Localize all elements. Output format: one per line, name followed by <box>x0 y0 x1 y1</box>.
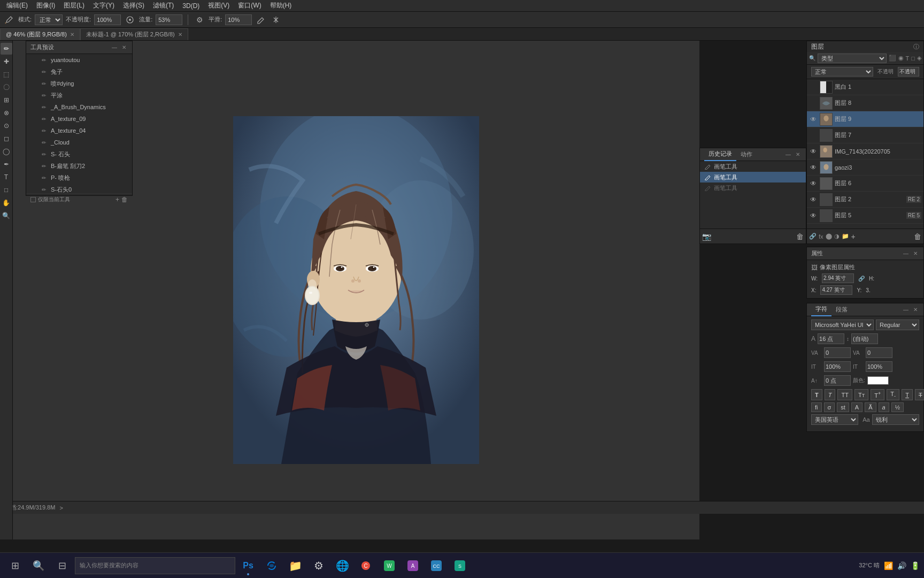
history-camera-icon[interactable]: 📷 <box>702 232 711 241</box>
menu-item-help[interactable]: 帮助(H) <box>266 0 296 11</box>
layer-eye-7[interactable] <box>809 131 818 140</box>
prop-close-icon[interactable]: ✕ <box>912 250 919 257</box>
eraser-tool[interactable]: ◻ <box>1 133 12 144</box>
font-lang-select[interactable]: 美国英语 <box>811 414 858 425</box>
taskbar-wifi-icon[interactable]: 📶 <box>884 561 893 570</box>
status-arrow[interactable]: > <box>59 505 63 511</box>
layer-eye-img[interactable]: 👁 <box>809 147 818 156</box>
lasso-tool[interactable]: 〇 <box>1 81 12 93</box>
menu-item-view[interactable]: 视图(V) <box>204 0 234 11</box>
glyph-st[interactable]: st <box>837 402 849 412</box>
font-minimize-icon[interactable]: — <box>902 306 910 314</box>
brush-tool[interactable]: ✏ <box>1 43 12 55</box>
brush-item-2[interactable]: ✏ 喷#dying <box>26 78 132 89</box>
font-track-input[interactable] <box>866 347 892 358</box>
tab-0[interactable]: @ 46% (图层 9,RGB/8) ✕ <box>0 28 80 40</box>
glyph-fi[interactable]: fi <box>811 402 822 412</box>
under-btn[interactable]: T <box>902 389 913 400</box>
layers-icon-pixel[interactable]: ⬛ <box>889 55 896 62</box>
layer-eye-5[interactable]: 👁 <box>809 211 818 220</box>
taskbar-photoshop[interactable]: Ps <box>237 555 259 576</box>
layers-icon-smart[interactable]: ◈ <box>917 55 921 62</box>
glyph-a[interactable]: A <box>851 402 863 412</box>
checkbox-icon[interactable] <box>30 197 36 202</box>
eyedropper-tool[interactable]: ⊗ <box>1 107 12 119</box>
layer-mask-icon[interactable]: ⬤ <box>826 233 832 240</box>
font-tab-char[interactable]: 字符 <box>811 303 831 316</box>
brush-item-5[interactable]: ✏ A_texture_09 <box>26 113 132 125</box>
taskbar-app1[interactable]: C <box>355 555 376 576</box>
crop-tool[interactable]: ⊞ <box>1 94 12 106</box>
search-button[interactable]: 🔍 <box>28 555 49 576</box>
layer-item-5[interactable]: 👁 图层 5 RE 5 <box>807 208 923 224</box>
layer-delete-icon[interactable]: 🗑 <box>914 232 921 241</box>
layer-item-gaozi3[interactable]: 👁 gaozi3 <box>807 159 923 176</box>
menu-item-layer[interactable]: 图层(L) <box>59 0 89 11</box>
menu-item-filter[interactable]: 滤镜(T) <box>149 0 178 11</box>
glyph-half[interactable]: ½ <box>891 402 904 412</box>
strike-btn[interactable]: T <box>915 389 924 400</box>
hand-tool[interactable]: ✋ <box>1 197 12 209</box>
brush-item-7[interactable]: ✏ _Cloud <box>26 136 132 148</box>
taskbar-speaker-icon[interactable]: 🔊 <box>897 561 906 570</box>
brush-settings-icon[interactable] <box>255 14 267 26</box>
font-vscale-input[interactable] <box>824 361 851 372</box>
brush-item-8[interactable]: ✏ S- 石头 <box>26 148 132 160</box>
brush-item-3[interactable]: ✏ 平涂 <box>26 89 132 101</box>
layer-group-icon[interactable]: 📁 <box>842 233 849 240</box>
history-item-0[interactable]: 画笔工具 <box>700 161 806 172</box>
taskbar-app2[interactable]: W <box>379 555 400 576</box>
taskbar-battery-icon[interactable]: 🔋 <box>911 561 920 570</box>
brush-item-11[interactable]: ✏ S-石头0 <box>26 184 132 193</box>
glyph-script[interactable]: a <box>879 402 889 412</box>
menu-item-edit[interactable]: 编辑(E) <box>2 0 32 11</box>
glyph-sigma[interactable]: σ <box>824 402 835 412</box>
font-hscale-input[interactable] <box>866 361 892 372</box>
settings-icon[interactable]: ⚙ <box>194 14 205 26</box>
layer-eye-6[interactable]: 👁 <box>809 179 818 188</box>
italic-btn[interactable]: T <box>825 389 836 400</box>
super-btn[interactable]: T+ <box>871 389 884 400</box>
layers-icon-adjust[interactable]: ◉ <box>898 55 904 62</box>
layer-item-8[interactable]: 图层 8 <box>807 95 923 111</box>
taskbar-search-box[interactable]: 输入你想要搜索的内容 <box>75 557 235 574</box>
taskbar-app4[interactable]: CC <box>426 555 447 576</box>
layers-icon-text[interactable]: T <box>906 55 910 62</box>
layers-info-icon[interactable]: ⓘ <box>913 43 919 51</box>
history-tab[interactable]: 历史记录 <box>704 148 736 161</box>
menu-item-text[interactable]: 文字(Y) <box>89 0 119 11</box>
layer-fx-icon[interactable]: fx <box>819 233 823 240</box>
layers-icon-shape[interactable]: □ <box>911 55 915 62</box>
sub-btn[interactable]: T- <box>887 389 899 400</box>
history-close-icon[interactable]: ✕ <box>794 151 802 158</box>
layer-eye-8[interactable] <box>809 99 818 108</box>
layer-link-icon[interactable]: 🔗 <box>809 233 817 240</box>
layer-eye-gaozi3[interactable]: 👁 <box>809 163 818 172</box>
blur-tool[interactable]: ◯ <box>1 146 12 157</box>
limit-tool-checkbox[interactable]: 仅限当前工具 + 🗑 <box>26 193 132 206</box>
taskbar-edge[interactable] <box>261 555 282 576</box>
layer-eye-bw1[interactable] <box>809 83 818 92</box>
bold-btn[interactable]: T <box>811 389 822 400</box>
font-close-icon[interactable]: ✕ <box>912 306 919 314</box>
layers-type-select[interactable]: 类型 <box>818 54 887 63</box>
menu-item-3d[interactable]: 3D(D) <box>178 1 204 11</box>
layers-opacity-input[interactable] <box>898 67 919 77</box>
history-item-2[interactable]: 画笔工具 <box>700 182 806 193</box>
menu-item-window[interactable]: 窗口(W) <box>234 0 265 11</box>
opacity-input[interactable] <box>94 14 121 25</box>
layer-item-9[interactable]: 👁 图层 9 <box>807 111 923 127</box>
shape-tool[interactable]: □ <box>1 184 12 196</box>
tab-1[interactable]: 未标题-1 @ 170% (图层 2,RGB/8) ✕ <box>80 28 188 40</box>
pen-tool[interactable]: ✒ <box>1 158 12 170</box>
tab-close-1[interactable]: ✕ <box>178 32 182 37</box>
prop-minimize-icon[interactable]: — <box>902 250 910 257</box>
smallcaps-btn[interactable]: TT <box>854 389 868 400</box>
font-baseline-input[interactable] <box>824 375 851 386</box>
brush-item-1[interactable]: ✏ 兔子 <box>26 66 132 78</box>
layers-blend-mode[interactable]: 正常 <box>811 67 873 77</box>
task-view-button[interactable]: ⊟ <box>51 555 73 576</box>
clone-tool[interactable]: ⊙ <box>1 120 12 132</box>
font-color-swatch[interactable] <box>867 376 889 385</box>
glyph-atilde[interactable]: Ã <box>865 402 876 412</box>
